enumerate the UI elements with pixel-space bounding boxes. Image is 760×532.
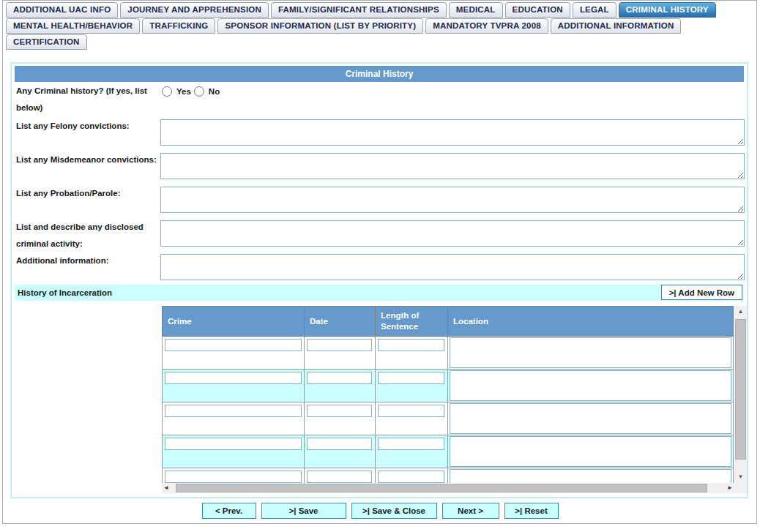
tab-row-3: CERTIFICATION: [6, 34, 716, 50]
tab-certification[interactable]: CERTIFICATION: [6, 34, 87, 50]
tab-strip: ADDITIONAL UAC INFO JOURNEY AND APPREHEN…: [6, 2, 716, 50]
length-of-sentence-input[interactable]: [378, 405, 444, 417]
table-row: [162, 468, 734, 483]
crime-cell: [162, 370, 305, 402]
location-textarea[interactable]: [450, 403, 731, 434]
misdemeanor-convictions-label: List any Misdemeanor convictions:: [16, 151, 161, 168]
save-button[interactable]: >| Save: [261, 503, 346, 519]
location-cell: [448, 337, 734, 370]
crime-input[interactable]: [165, 405, 302, 417]
tab-trafficking[interactable]: TRAFFICKING: [142, 18, 215, 34]
tab-family-significant-relationships[interactable]: FAMILY/SIGNIFICANT RELATIONSHIPS: [271, 2, 447, 18]
criminal-history-radio-group: Yes No: [162, 86, 220, 97]
incarceration-table-header: Crime Date Length of Sentence Location: [162, 306, 734, 337]
date-input[interactable]: [307, 372, 372, 384]
vertical-scrollbar-thumb[interactable]: [735, 319, 746, 460]
date-cell: [305, 402, 376, 435]
additional-information-textarea[interactable]: [160, 254, 745, 280]
vertical-scrollbar[interactable]: ▲ ▼: [734, 306, 747, 483]
probation-parole-label: List any Probation/Parole:: [16, 185, 161, 202]
misdemeanor-convictions-textarea[interactable]: [160, 153, 745, 179]
date-cell: [305, 370, 376, 402]
reset-button[interactable]: >| Reset: [504, 503, 559, 519]
length-of-sentence-input[interactable]: [378, 372, 444, 384]
yes-radio-label: Yes: [176, 87, 191, 96]
scroll-left-icon[interactable]: ◄: [163, 483, 174, 493]
table-row: [162, 435, 734, 468]
length-cell: [376, 370, 448, 402]
next-button[interactable]: Next >: [442, 503, 499, 519]
length-of-sentence-input[interactable]: [378, 438, 444, 450]
add-new-row-button[interactable]: >| Add New Row: [661, 285, 742, 300]
tab-medical[interactable]: MEDICAL: [449, 2, 503, 18]
tab-row-1: ADDITIONAL UAC INFO JOURNEY AND APPREHEN…: [6, 2, 716, 18]
disclosed-criminal-activity-textarea[interactable]: [160, 220, 745, 247]
tab-mental-health-behavior[interactable]: MENTAL HEALTH/BEHAVIOR: [6, 18, 140, 34]
tab-additional-information[interactable]: ADDITIONAL INFORMATION: [551, 18, 682, 34]
panel-title: Criminal History: [15, 66, 744, 82]
crime-input[interactable]: [165, 339, 302, 351]
location-textarea[interactable]: [450, 436, 731, 467]
tab-education[interactable]: EDUCATION: [505, 2, 570, 18]
crime-cell: [162, 402, 305, 435]
footer-button-bar: < Prev. >| Save >| Save & Close Next > >…: [0, 503, 760, 519]
felony-convictions-label: List any Felony convictions:: [16, 118, 161, 135]
length-cell: [376, 435, 448, 468]
scroll-right-icon[interactable]: ►: [723, 483, 733, 493]
location-textarea[interactable]: [450, 370, 731, 401]
incarceration-table: Crime Date Length of Sentence Location: [162, 306, 747, 493]
horizontal-scrollbar[interactable]: ◄ ►: [162, 483, 734, 493]
additional-information-label: Additional information:: [16, 252, 161, 269]
crime-input[interactable]: [165, 438, 302, 450]
prev-button[interactable]: < Prev.: [202, 503, 256, 519]
length-cell: [376, 468, 448, 483]
probation-parole-textarea[interactable]: [160, 187, 745, 213]
crime-cell: [162, 337, 305, 370]
felony-convictions-textarea[interactable]: [160, 119, 745, 146]
scroll-down-icon[interactable]: ▼: [734, 471, 747, 483]
length-of-sentence-input[interactable]: [378, 339, 444, 351]
scrollbar-corner: [734, 483, 747, 493]
length-of-sentence-input[interactable]: [378, 471, 444, 483]
tab-mandatory-tvpra-2008[interactable]: MANDATORY TVPRA 2008: [425, 18, 548, 34]
no-radio[interactable]: [194, 86, 204, 97]
location-cell: [448, 370, 734, 402]
yes-radio[interactable]: [162, 86, 172, 97]
length-cell: [376, 402, 448, 435]
date-cell: [305, 468, 376, 483]
table-row: [162, 337, 734, 370]
date-cell: [305, 337, 376, 370]
horizontal-scrollbar-thumb[interactable]: [176, 484, 707, 492]
location-cell: [448, 435, 734, 468]
criminal-history-panel: Criminal History Any Criminal history? (…: [10, 62, 748, 498]
date-input[interactable]: [307, 438, 372, 450]
column-header-crime: Crime: [162, 306, 305, 337]
tab-journey-and-apprehension[interactable]: JOURNEY AND APPREHENSION: [120, 2, 269, 18]
tab-legal[interactable]: LEGAL: [573, 2, 616, 18]
column-header-location: Location: [448, 306, 734, 337]
date-input[interactable]: [307, 471, 372, 483]
date-input[interactable]: [307, 405, 372, 417]
tab-additional-uac-info[interactable]: ADDITIONAL UAC INFO: [6, 2, 118, 18]
tab-criminal-history[interactable]: CRIMINAL HISTORY: [619, 2, 716, 18]
scroll-up-icon[interactable]: ▲: [734, 306, 747, 318]
crime-input[interactable]: [165, 372, 302, 384]
location-cell: [448, 468, 734, 483]
save-and-close-button[interactable]: >| Save & Close: [351, 503, 437, 519]
crime-cell: [162, 468, 305, 483]
date-input[interactable]: [307, 339, 372, 351]
criminal-history-question-label: Any Criminal history? (If yes, list belo…: [16, 83, 161, 116]
table-row: [162, 402, 734, 435]
length-cell: [376, 337, 448, 370]
tab-sponsor-information[interactable]: SPONSOR INFORMATION (LIST BY PRIORITY): [217, 18, 423, 34]
column-header-length-of-sentence: Length of Sentence: [376, 306, 448, 337]
location-textarea[interactable]: [450, 337, 731, 368]
crime-input[interactable]: [165, 471, 302, 483]
date-cell: [305, 435, 376, 468]
location-textarea[interactable]: [450, 469, 731, 483]
no-radio-label: No: [209, 87, 220, 96]
table-row: [162, 370, 734, 402]
history-of-incarceration-bar: History of Incarceration >| Add New Row: [15, 285, 744, 301]
crime-cell: [162, 435, 305, 468]
incarceration-table-viewport: Crime Date Length of Sentence Location: [162, 306, 734, 483]
